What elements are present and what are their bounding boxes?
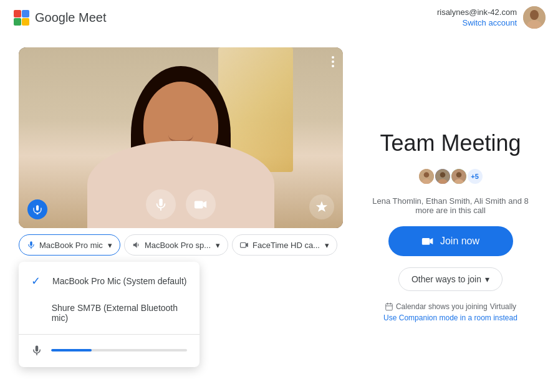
video-preview <box>19 47 343 228</box>
dot3 <box>332 65 334 67</box>
svg-rect-29 <box>36 346 39 352</box>
svg-rect-11 <box>30 241 32 246</box>
calendar-note-row: Calendar shows you joining Virtually Use… <box>383 302 517 322</box>
mic-toggle-button[interactable] <box>146 189 176 219</box>
header-right: risalynes@ink-42.com Switch account <box>437 6 546 29</box>
other-ways-button[interactable]: Other ways to join ▾ <box>398 267 503 291</box>
participant-avatar-1 <box>418 168 435 185</box>
mic-level-row <box>19 338 200 362</box>
device-bar: MacBook Pro mic ▾ MacBook Pro sp... ▾ Fa… <box>19 234 343 256</box>
joining-mode-text: Virtually <box>490 302 516 311</box>
mic-active-indicator <box>27 199 47 219</box>
effects-icon <box>315 200 329 214</box>
svg-point-16 <box>423 172 429 178</box>
plus-participants-badge: +5 <box>466 168 484 185</box>
mic-device-button[interactable]: MacBook Pro mic ▾ <box>19 234 120 256</box>
camera-device-label: FaceTime HD ca... <box>253 241 320 250</box>
participant-2-img <box>435 168 450 185</box>
calendar-note: Calendar shows you joining Virtually <box>385 302 516 311</box>
google-logo-icon <box>12 9 30 26</box>
check-icon: ✓ <box>31 274 44 288</box>
participant-3-img <box>451 168 466 185</box>
meeting-title: Team Meeting <box>380 130 521 156</box>
calendar-note-text: Calendar shows you joining <box>396 302 488 311</box>
mic-device-label: MacBook Pro mic <box>39 241 103 250</box>
dropdown-divider <box>19 334 200 335</box>
other-ways-chevron-icon: ▾ <box>485 274 489 284</box>
svg-rect-7 <box>36 205 39 211</box>
svg-rect-25 <box>386 304 393 310</box>
svg-rect-2 <box>14 18 21 26</box>
account-info: risalynes@ink-42.com Switch account <box>437 7 517 28</box>
mic-level-icon <box>31 345 42 356</box>
camera-device-icon <box>240 241 249 249</box>
mic-dropdown: ✓ MacBook Pro Mic (System default) Shure… <box>19 262 200 367</box>
speaker-chevron-icon: ▾ <box>216 241 220 250</box>
join-now-label: Join now <box>440 236 479 247</box>
join-video-icon <box>421 235 434 247</box>
effects-button[interactable] <box>309 194 334 219</box>
camera-device-button[interactable]: FaceTime HD ca... ▾ <box>232 234 337 256</box>
account-email: risalynes@ink-42.com <box>437 7 517 17</box>
video-controls <box>146 189 216 219</box>
system-mic-label: MacBook Pro Mic (System default) <box>52 276 187 286</box>
join-now-button[interactable]: Join now <box>388 226 513 256</box>
participant-avatar-3 <box>450 168 468 185</box>
avatar-image <box>523 6 546 29</box>
other-ways-label: Other ways to join <box>411 274 481 284</box>
speaker-device-icon <box>132 241 141 249</box>
svg-rect-3 <box>22 18 29 26</box>
participants-avatars: +5 <box>418 168 484 185</box>
dot1 <box>332 56 334 59</box>
mic-button-icon <box>154 198 168 211</box>
avatar[interactable] <box>523 6 546 29</box>
mic-device-icon <box>27 241 36 249</box>
svg-rect-14 <box>241 243 246 248</box>
mic-active-icon <box>32 204 42 214</box>
dropdown-item-shure-mic[interactable]: Shure SM7B (External Bluetooth mic) <box>19 295 200 330</box>
participants-text: Lena Thomlin, Ethan Smith, Ali Smith and… <box>368 196 533 215</box>
calendar-icon <box>385 302 393 311</box>
mic-level-fill <box>51 349 92 351</box>
camera-toggle-button[interactable] <box>186 189 216 219</box>
dropdown-item-system-mic[interactable]: ✓ MacBook Pro Mic (System default) <box>19 267 200 295</box>
mic-level-bar <box>51 349 187 351</box>
camera-button-icon <box>194 198 208 211</box>
switch-account-link[interactable]: Switch account <box>463 18 517 27</box>
app-name: Google Meet <box>35 11 107 25</box>
speaker-device-button[interactable]: MacBook Pro sp... ▾ <box>124 234 228 256</box>
svg-rect-0 <box>14 10 21 17</box>
svg-rect-8 <box>159 199 163 206</box>
logo-area: Google Meet <box>12 9 107 26</box>
mic-chevron-icon: ▾ <box>108 241 112 250</box>
meeting-info-section: Team Meeting <box>368 47 533 392</box>
participant-1-img <box>419 168 434 185</box>
camera-chevron-icon: ▾ <box>325 241 329 250</box>
video-options-button[interactable] <box>329 54 337 70</box>
dot2 <box>332 60 334 63</box>
companion-mode-link[interactable]: Use Companion mode in a room instead <box>383 313 517 322</box>
svg-point-22 <box>456 172 461 178</box>
svg-point-19 <box>440 172 445 178</box>
svg-rect-24 <box>422 238 430 245</box>
speaker-device-label: MacBook Pro sp... <box>145 241 211 250</box>
svg-point-5 <box>530 10 539 20</box>
svg-rect-1 <box>22 10 29 17</box>
shure-mic-label: Shure SM7B (External Bluetooth mic) <box>52 303 187 323</box>
header: Google Meet risalynes@ink-42.com Switch … <box>0 0 558 35</box>
svg-rect-10 <box>195 201 203 209</box>
participant-avatar-2 <box>434 168 451 185</box>
svg-marker-13 <box>133 242 137 247</box>
